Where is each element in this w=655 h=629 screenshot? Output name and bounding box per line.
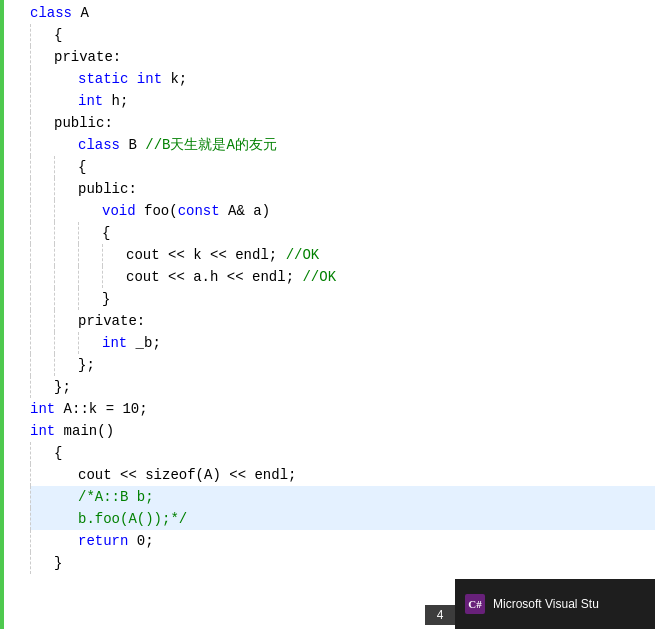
token-brace-8: { <box>78 159 86 175</box>
code-line-7: − class B //B天生就是A的友元 <box>30 134 655 156</box>
code-line-21: { <box>30 442 655 464</box>
token-int-19: int <box>30 401 55 417</box>
vs-icon-text: C# <box>468 598 481 610</box>
code-line-4: static int k; <box>30 68 655 90</box>
code-line-22: cout << sizeof(A) << endl; <box>30 464 655 486</box>
code-line-12: cout << k << endl; //OK <box>30 244 655 266</box>
token-public-2: public: <box>78 181 137 197</box>
token-private: private: <box>54 49 121 65</box>
token-comment-1: //B天生就是A的友元 <box>145 136 277 154</box>
token-param: A& a) <box>220 203 270 219</box>
code-lines: − class A { private: static int k; <box>26 0 655 629</box>
fold-margin <box>4 0 26 629</box>
vs-icon: C# <box>465 594 485 614</box>
token-zero: 0; <box>128 533 153 549</box>
page-number-badge: 4 <box>425 605 455 625</box>
token-semi-18: }; <box>54 379 71 395</box>
token-int-2: int <box>78 93 103 109</box>
token-brace-11: { <box>102 225 110 241</box>
token-sizeof: cout << sizeof(A) << endl; <box>78 467 296 483</box>
code-line-9: public: <box>30 178 655 200</box>
code-line-18: }; <box>30 376 655 398</box>
code-container: − class A { private: static int k; <box>0 0 655 629</box>
code-line-15: private: <box>30 310 655 332</box>
taskbar-vs-item[interactable]: C# Microsoft Visual Stu <box>455 579 655 629</box>
token-const: const <box>178 203 220 219</box>
code-line-10: − void foo(const A& a) <box>30 200 655 222</box>
token-class-1: class <box>30 5 72 21</box>
code-line-19: int A::k = 10; <box>30 398 655 420</box>
token-b: B <box>120 137 145 153</box>
token-class-2: class <box>78 137 120 153</box>
code-line-6: public: <box>30 112 655 134</box>
code-line-5: int h; <box>30 90 655 112</box>
code-line-17: }; <box>30 354 655 376</box>
token-int-16: int <box>102 335 127 351</box>
token-akdef: A::k = 10; <box>55 401 147 417</box>
vs-label: Microsoft Visual Stu <box>493 597 599 611</box>
token-foo: foo( <box>136 203 178 219</box>
token-brace-2: { <box>54 27 62 43</box>
code-line-25: return 0; <box>30 530 655 552</box>
token-cout-2: cout << a.h << endl; <box>126 269 302 285</box>
token-int-1: int <box>137 71 162 87</box>
token-static: static <box>78 71 128 87</box>
token-private-2: private: <box>78 313 145 329</box>
token-comment-start: /*A::B b; <box>78 489 154 505</box>
token-void: void <box>102 203 136 219</box>
token-brace-21: { <box>54 445 62 461</box>
code-line-14: } <box>30 288 655 310</box>
code-line-1: − class A <box>30 2 655 24</box>
token-main: main() <box>55 423 114 439</box>
code-line-20: − int main() <box>30 420 655 442</box>
code-line-3: private: <box>30 46 655 68</box>
code-line-8: { <box>30 156 655 178</box>
token-b-priv: _b; <box>127 335 161 351</box>
code-line-24: b.foo(A());*/ <box>30 508 655 530</box>
token-ok-2: //OK <box>302 269 336 285</box>
editor-area: − class A { private: static int k; <box>0 0 655 629</box>
code-line-2: { <box>30 24 655 46</box>
code-line-26: } <box>30 552 655 574</box>
token-h: h; <box>103 93 128 109</box>
token-semi-17: }; <box>78 357 95 373</box>
token-cout-1: cout << k << endl; <box>126 247 286 263</box>
token-comment-end: b.foo(A());*/ <box>78 511 187 527</box>
token-int-main: int <box>30 423 55 439</box>
token-public-1: public: <box>54 115 113 131</box>
code-line-13: cout << a.h << endl; //OK <box>30 266 655 288</box>
code-line-11: { <box>30 222 655 244</box>
token-return: return <box>78 533 128 549</box>
token-ok-1: //OK <box>286 247 320 263</box>
token-brace-26: } <box>54 555 62 571</box>
token-k: k; <box>162 71 187 87</box>
code-line-16: int _b; <box>30 332 655 354</box>
code-line-23: /*A::B b; <box>30 486 655 508</box>
token-sp <box>128 71 136 87</box>
token-name-1: A <box>72 5 89 21</box>
token-brace-14: } <box>102 291 110 307</box>
